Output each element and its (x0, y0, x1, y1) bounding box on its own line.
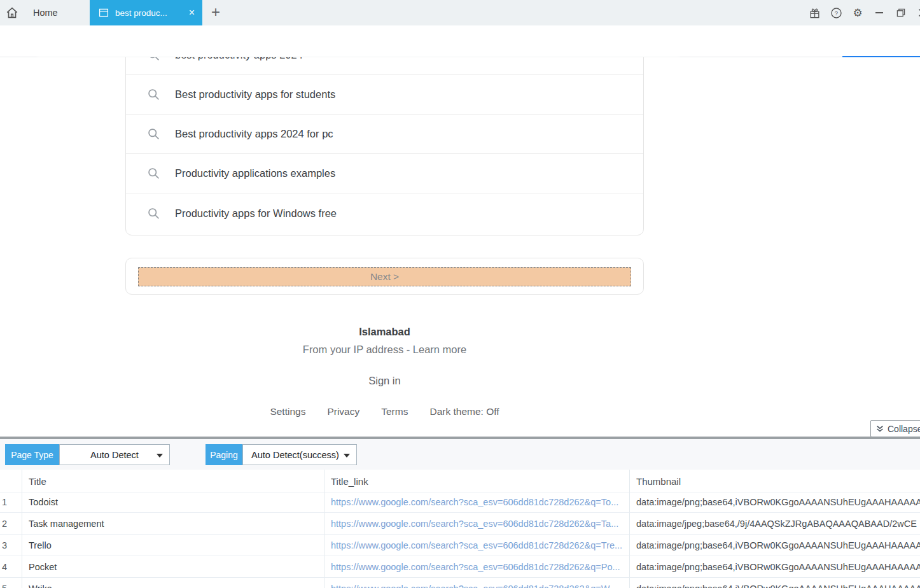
paging-dropdown[interactable]: Auto Detect(success) (242, 444, 357, 465)
page-type-dropdown[interactable]: Auto Detect (59, 444, 170, 465)
browser-window-icon (99, 8, 109, 18)
new-tab-button[interactable]: + (208, 0, 223, 24)
paging-label: Paging (206, 444, 242, 465)
extracted-data-table: Title Title_link Thumbnail 1 Todoist htt… (0, 470, 920, 588)
paging-value: Auto Detect(success) (251, 450, 339, 460)
suggestion-row[interactable]: Productivity apps for Windows free (126, 193, 643, 233)
scrape-toolbar: Page Type Auto Detect Paging Auto Detect… (0, 439, 920, 470)
row-number: 3 (0, 535, 22, 556)
suggestion-row-clipped[interactable]: best productivity apps 2024 (126, 57, 643, 75)
row-number: 4 (0, 556, 22, 578)
column-header-title: Title (22, 470, 324, 493)
suggestion-label: best productivity apps 2024 (175, 57, 303, 61)
cell-thumbnail: data:image/jpeg;base64,/9j/4AAQSkZJRgABA… (630, 513, 920, 535)
row-number: 1 (0, 491, 22, 513)
column-header-thumbnail: Thumbnail (630, 470, 920, 493)
tab-bar: Home best produc... × + ? ⚙ (0, 0, 920, 25)
tab-active[interactable]: best produc... × (90, 0, 202, 25)
pagination-card: Next > (125, 258, 644, 295)
column-header-title-link: Title_link (324, 470, 630, 493)
footer-links: Settings Privacy Terms Dark theme: Off (270, 406, 499, 417)
help-icon[interactable]: ? (830, 6, 842, 19)
cell-thumbnail: data:image/png;base64,iVBORw0KGgoAAAANSU… (630, 578, 920, 588)
sign-in-link[interactable]: Sign in (368, 375, 400, 387)
related-searches-card: best productivity apps 2024 Best product… (125, 57, 644, 235)
minimize-icon[interactable] (873, 6, 886, 19)
restore-icon[interactable] (895, 6, 907, 19)
search-icon (147, 88, 160, 101)
app-window: Home best produc... × + ? ⚙ (0, 0, 920, 588)
cell-title: Todoist (22, 491, 324, 513)
settings-link[interactable]: Settings (270, 406, 305, 417)
search-icon (147, 207, 160, 220)
google-footer: Islamabad From your IP address - Learn m… (125, 325, 644, 417)
dark-theme-link[interactable]: Dark theme: Off (429, 406, 499, 417)
cell-title-link[interactable]: https://www.google.com/search?sca_esv=60… (324, 491, 630, 513)
search-icon (147, 127, 160, 141)
suggestion-label: Productivity applications examples (175, 167, 335, 179)
search-icon (147, 167, 160, 180)
svg-text:?: ? (834, 10, 837, 17)
cell-title-link[interactable]: https://www.google.com/search?sca_esv=60… (324, 578, 630, 588)
page-type-value: Auto Detect (90, 450, 139, 460)
location-note: From your IP address - Learn more (303, 344, 466, 356)
suggestion-label: Productivity apps for Windows free (175, 207, 337, 220)
cell-title-link[interactable]: https://www.google.com/search?sca_esv=60… (324, 513, 630, 535)
tab-close-icon[interactable]: × (189, 7, 195, 18)
tab-home[interactable]: Home (33, 0, 58, 25)
paging-control: Paging Auto Detect(success) (206, 444, 357, 465)
search-icon (147, 57, 160, 62)
cell-thumbnail: data:image/png;base64,iVBORw0KGgoAAAANSU… (630, 535, 920, 556)
suggestion-label: Best productivity apps for students (175, 88, 335, 101)
row-number: 2 (0, 513, 22, 535)
cell-title-link[interactable]: https://www.google.com/search?sca_esv=60… (324, 535, 630, 556)
collapse-label: Collapse (888, 424, 920, 434)
column-header (0, 470, 22, 493)
page-type-label: Page Type (5, 444, 59, 465)
window-controls: ? ⚙ (808, 0, 920, 25)
cell-title: Task management (22, 513, 324, 535)
cell-thumbnail: data:image/png;base64,iVBORw0KGgoAAAANSU… (630, 556, 920, 578)
collapse-button[interactable]: Collapse (870, 420, 920, 437)
double-chevron-down-icon (875, 424, 884, 433)
home-icon[interactable] (5, 6, 19, 20)
cell-title: Trello (22, 535, 324, 556)
address-row: https://www.google.com/search?q=best+pro… (0, 25, 920, 57)
close-icon[interactable] (916, 6, 920, 19)
gift-icon[interactable] (808, 6, 821, 19)
cell-title-link[interactable]: https://www.google.com/search?sca_esv=60… (324, 556, 630, 578)
cell-thumbnail: data:image/png;base64,iVBORw0KGgoAAAANSU… (630, 491, 920, 513)
suggestion-row[interactable]: Best productivity apps for students (126, 75, 643, 115)
browser-viewport: best productivity apps 2024 Best product… (0, 57, 920, 437)
location-label: Islamabad (359, 326, 410, 338)
chevron-down-icon (157, 454, 163, 458)
privacy-link[interactable]: Privacy (327, 406, 359, 417)
suggestion-row[interactable]: Productivity applications examples (126, 154, 643, 193)
cell-title: Pocket (22, 556, 324, 578)
cell-title: Wrike (22, 578, 324, 588)
tab-active-label: best produc... (115, 8, 167, 18)
gear-icon[interactable]: ⚙ (851, 6, 864, 19)
page-type-control: Page Type Auto Detect (5, 444, 170, 465)
row-number: 5 (0, 578, 22, 588)
terms-link[interactable]: Terms (381, 406, 408, 417)
chevron-down-icon (344, 454, 350, 458)
suggestion-row[interactable]: Best productivity apps 2024 for pc (126, 115, 643, 154)
next-page-button-highlighted[interactable]: Next > (138, 267, 631, 286)
suggestion-label: Best productivity apps 2024 for pc (175, 128, 333, 140)
